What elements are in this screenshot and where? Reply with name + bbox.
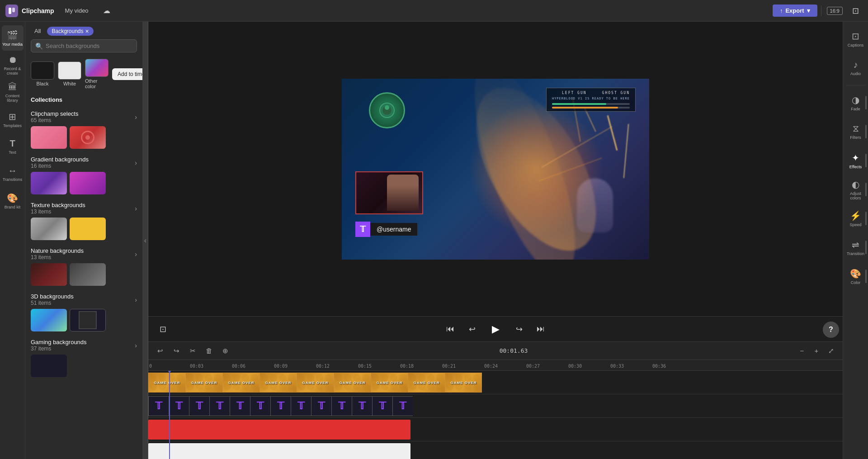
game-over-clip-6[interactable]: GAME OVER <box>334 373 371 393</box>
sidebar-item-transitions[interactable]: ↔ Transitions <box>2 161 24 186</box>
adjust-colors-icon: ◐ <box>852 179 859 190</box>
twitch-logo-icon: 𝕋 <box>216 400 223 412</box>
video-title-tab[interactable]: My video <box>60 5 94 16</box>
filter-chip-close-icon[interactable]: × <box>85 28 89 34</box>
hud-energy-bar <box>552 107 618 109</box>
white-bar-track[interactable] <box>148 443 410 459</box>
twitch-clip-3[interactable]: 𝕋 <box>189 396 209 416</box>
twitch-clip-12[interactable]: 𝕋 <box>372 396 392 416</box>
game-over-clip-5[interactable]: GAME OVER <box>297 373 334 393</box>
collection-item-texture-backgrounds[interactable]: Texture backgrounds 13 items › <box>25 198 142 244</box>
twitch-clip-6[interactable]: 𝕋 <box>250 396 270 416</box>
collection-item-nature-backgrounds[interactable]: Nature backgrounds 13 items › <box>25 244 142 289</box>
right-panel-separator <box>846 85 866 85</box>
captions-icon[interactable]: ⊡ <box>848 4 863 18</box>
zoom-in-button[interactable]: + <box>810 345 823 357</box>
backgrounds-filter-chip[interactable]: Backgrounds × <box>47 27 93 36</box>
sidebar-item-content-library[interactable]: 🏛 Content library <box>2 80 24 105</box>
right-panel-color[interactable]: 🎨 Color <box>845 263 867 290</box>
ruler-mark-18: 00:18 <box>400 364 414 369</box>
logo-icon <box>5 5 18 17</box>
collection-item-gaming-backgrounds[interactable]: Gaming backgrounds 37 items › <box>25 335 142 381</box>
sidebar-label-record-create: Record & create <box>2 66 24 76</box>
cut-button[interactable]: ✂ <box>186 345 199 357</box>
sidebar-item-your-media[interactable]: 🎬 Your media <box>2 25 24 51</box>
filters-icon: ⧖ <box>853 123 859 134</box>
collection-item-3d-backgrounds[interactable]: 3D backgrounds 51 items › <box>25 289 142 335</box>
swatch-other-color[interactable]: Other color <box>85 59 108 89</box>
sidebar-item-templates[interactable]: ⊞ Templates <box>2 107 24 132</box>
hud-right-info: LEFT GUN GHOST GUN HYPERBLOOD V1 IS READ… <box>546 88 636 112</box>
collection-item-gradient-backgrounds[interactable]: Gradient backgrounds 16 items › <box>25 152 142 198</box>
right-panel-audio[interactable]: ♪ Audio <box>845 54 867 81</box>
play-button[interactable]: ▶ <box>486 320 505 338</box>
right-panel-filters[interactable]: ⧖ Filters <box>845 118 867 145</box>
red-bar-track[interactable] <box>148 420 410 440</box>
sidebar-item-record-create[interactable]: ⏺ Record & create <box>2 52 24 78</box>
game-over-clip-3[interactable]: GAME OVER <box>222 373 259 393</box>
help-button[interactable]: ? <box>823 322 839 338</box>
playhead[interactable] <box>169 371 170 459</box>
twitch-clip-9[interactable]: 𝕋 <box>311 396 331 416</box>
export-button[interactable]: ↑ Export ▾ <box>773 5 817 17</box>
game-over-clip-7[interactable]: GAME OVER <box>371 373 408 393</box>
right-panel-adjust-colors[interactable]: ◐ Adjust colors <box>845 176 867 203</box>
game-over-clip-9[interactable]: GAME OVER <box>445 373 482 393</box>
collection-name-clipchamp-selects: Clipchamp selects <box>31 110 79 117</box>
rewind-button[interactable]: ↩ <box>465 322 479 336</box>
panel-collapse-handle[interactable]: ‹ <box>143 22 148 459</box>
track-content-red <box>148 420 410 440</box>
collection-name-nature-backgrounds: Nature backgrounds <box>31 247 84 254</box>
cloud-icon[interactable]: ☁ <box>99 4 114 18</box>
collection-count-gaming-backgrounds: 37 items <box>31 345 87 352</box>
twitch-logo-icon: 𝕋 <box>338 400 345 412</box>
twitch-clip-1[interactable]: 𝕋 <box>148 396 169 416</box>
twitch-clip-4[interactable]: 𝕋 <box>209 396 230 416</box>
collection-thumb <box>31 218 67 240</box>
collection-chevron-icon: › <box>135 296 137 303</box>
collection-item-clipchamp-selects[interactable]: Clipchamp selects 65 items › <box>25 107 142 152</box>
ratio-selector[interactable]: 16:9 <box>827 7 843 15</box>
right-panel-transition[interactable]: ⇌ Transition <box>845 234 867 261</box>
twitch-clip-2[interactable]: 𝕋 <box>169 396 189 416</box>
sidebar-item-brand-kit[interactable]: 🎨 Brand kit <box>2 188 24 213</box>
search-input[interactable] <box>31 39 137 52</box>
zoom-out-button[interactable]: − <box>796 345 808 357</box>
add-to-timeline-button[interactable]: Add to timeline <box>112 68 143 80</box>
collection-name-3d-backgrounds: 3D backgrounds <box>31 293 74 300</box>
right-panel-fade[interactable]: ◑ Fade <box>845 89 867 116</box>
delete-button[interactable]: 🗑 <box>203 345 215 357</box>
twitch-clip-8[interactable]: 𝕋 <box>291 396 311 416</box>
twitch-clip-7[interactable]: 𝕋 <box>270 396 291 416</box>
twitch-logo-icon: 𝕋 <box>277 400 284 412</box>
zoom-controls: − + ⤢ <box>796 345 837 357</box>
all-filter-button[interactable]: All <box>31 26 44 36</box>
collection-thumb <box>70 309 106 331</box>
twitch-clip-10[interactable]: 𝕋 <box>331 396 352 416</box>
swatch-black[interactable]: Black <box>31 62 54 86</box>
game-over-clip-2[interactable]: GAME OVER <box>185 373 222 393</box>
twitch-clip-13[interactable]: 𝕋 <box>392 396 413 416</box>
twitch-clip-11[interactable]: 𝕋 <box>352 396 372 416</box>
skip-forward-button[interactable]: ⏭ <box>533 322 548 336</box>
swatch-white[interactable]: White <box>58 62 81 86</box>
collection-name-texture-backgrounds: Texture backgrounds <box>31 202 85 208</box>
game-over-clip-1[interactable]: GAME OVER <box>148 373 185 393</box>
undo-button[interactable]: ↩ <box>154 345 166 357</box>
fit-to-screen-button[interactable]: ⤢ <box>825 345 837 357</box>
screenshot-button[interactable]: ⊡ <box>156 322 170 336</box>
right-panel-speed[interactable]: ⚡ Speed <box>845 205 867 232</box>
forward-button[interactable]: ↪ <box>512 322 526 336</box>
swatch-black-box <box>31 62 54 80</box>
duplicate-button[interactable]: ⊕ <box>219 345 231 357</box>
twitch-clip-5[interactable]: 𝕋 <box>230 396 250 416</box>
game-over-clip-8[interactable]: GAME OVER <box>408 373 445 393</box>
main-content: 🎬 Your media ⏺ Record & create 🏛 Content… <box>0 22 868 459</box>
redo-button[interactable]: ↪ <box>170 345 183 357</box>
ruler-mark-21: 00:21 <box>442 364 456 369</box>
sidebar-item-text[interactable]: T Text <box>2 134 24 159</box>
skip-back-button[interactable]: ⏮ <box>443 322 458 336</box>
right-panel-effects[interactable]: ✦ Effects <box>845 147 867 174</box>
right-panel-captions[interactable]: ⊡ Captions <box>845 25 867 52</box>
game-over-clip-4[interactable]: GAME OVER <box>259 373 297 393</box>
